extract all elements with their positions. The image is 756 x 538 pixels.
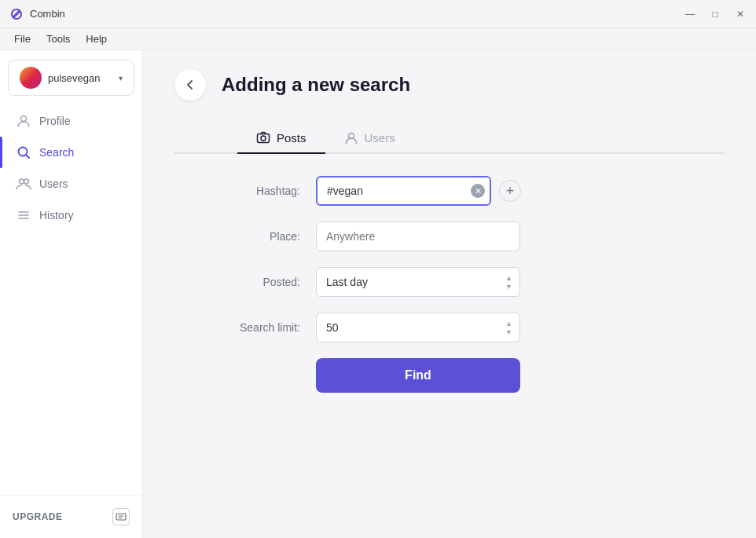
account-selector[interactable]: pulsevegan ▾ (8, 60, 134, 96)
menu-file[interactable]: File (6, 30, 39, 48)
svg-point-3 (24, 179, 29, 184)
hashtag-row: Hashtag: ✕ + (222, 176, 677, 206)
search-limit-row: Search limit: 50 100 200 500 ▲ ▼ (222, 313, 677, 342)
tabs: Posts Users (174, 123, 725, 154)
hashtag-input-group: ✕ + (316, 176, 521, 206)
profile-icon (16, 113, 31, 129)
chevron-down-icon: ▾ (119, 74, 123, 82)
svg-point-9 (261, 136, 266, 141)
sidebar-item-history[interactable]: History (0, 199, 142, 231)
place-input[interactable] (316, 221, 520, 251)
account-name: pulsevegan (48, 72, 112, 84)
menu-tools[interactable]: Tools (39, 30, 78, 48)
hashtag-input-wrapper: ✕ (316, 176, 491, 206)
posted-select[interactable]: Last day Last week Last month All time (316, 267, 520, 297)
place-label: Place: (222, 230, 300, 243)
place-row: Place: (222, 221, 677, 251)
menu-bar: File Tools Help (0, 28, 756, 50)
sidebar-bottom: UPGRADE (0, 495, 142, 538)
upgrade-label[interactable]: UPGRADE (13, 511, 63, 522)
posted-select-wrapper: Last day Last week Last month All time ▲… (316, 267, 520, 297)
content-area: Adding a new search Posts (143, 50, 756, 538)
maximize-button[interactable]: □ (709, 8, 721, 20)
content-header: Adding a new search (174, 69, 725, 101)
sidebar-item-users[interactable]: Users (0, 168, 142, 199)
history-icon (16, 207, 31, 223)
search-icon (16, 145, 31, 160)
sidebar-item-profile-label: Profile (39, 115, 71, 127)
hashtag-clear-button[interactable]: ✕ (471, 184, 485, 198)
app-title: Combin (30, 8, 65, 20)
back-button[interactable] (174, 69, 206, 101)
place-input-wrapper (316, 221, 520, 251)
page-title: Adding a new search (222, 74, 410, 96)
camera-icon (256, 130, 270, 145)
sidebar-item-history-label: History (39, 209, 74, 221)
upgrade-icon[interactable] (112, 508, 130, 525)
tab-posts-label: Posts (277, 131, 306, 145)
sidebar-item-search-label: Search (39, 146, 74, 159)
find-button-row: Find (222, 358, 677, 393)
svg-rect-7 (116, 514, 126, 520)
app-logo-icon (9, 7, 24, 21)
avatar (20, 67, 42, 89)
sidebar-item-search[interactable]: Search (0, 137, 142, 168)
search-limit-select[interactable]: 50 100 200 500 (316, 313, 520, 342)
svg-rect-8 (258, 134, 270, 143)
window-controls[interactable]: — □ ✕ (684, 8, 747, 20)
users-icon (16, 176, 31, 192)
search-form: Hashtag: ✕ + Place: Posted: (174, 176, 725, 393)
posted-row: Posted: Last day Last week Last month Al… (222, 267, 677, 297)
menu-help[interactable]: Help (78, 30, 115, 48)
close-button[interactable]: ✕ (734, 8, 747, 20)
tab-users-label: Users (365, 131, 395, 145)
svg-point-1 (19, 148, 28, 156)
tab-users[interactable]: Users (325, 123, 414, 154)
find-button[interactable]: Find (316, 358, 520, 393)
svg-point-0 (21, 116, 27, 122)
minimize-button[interactable]: — (684, 8, 696, 20)
sidebar-nav: Profile Search (0, 105, 142, 495)
svg-point-2 (20, 179, 24, 184)
search-limit-select-wrapper: 50 100 200 500 ▲ ▼ (316, 313, 520, 342)
main-layout: pulsevegan ▾ Profile (0, 50, 756, 538)
hashtag-input[interactable] (316, 176, 491, 206)
sidebar-item-users-label: Users (39, 178, 68, 190)
search-limit-label: Search limit: (222, 321, 300, 334)
title-bar: Combin — □ ✕ (0, 0, 756, 28)
posted-label: Posted: (222, 276, 300, 288)
tab-posts[interactable]: Posts (237, 123, 325, 154)
sidebar: pulsevegan ▾ Profile (0, 50, 143, 538)
tab-users-icon (344, 130, 358, 145)
title-bar-left: Combin (9, 7, 65, 21)
hashtag-label: Hashtag: (222, 185, 300, 197)
hashtag-add-button[interactable]: + (499, 180, 521, 202)
sidebar-item-profile[interactable]: Profile (0, 105, 142, 137)
